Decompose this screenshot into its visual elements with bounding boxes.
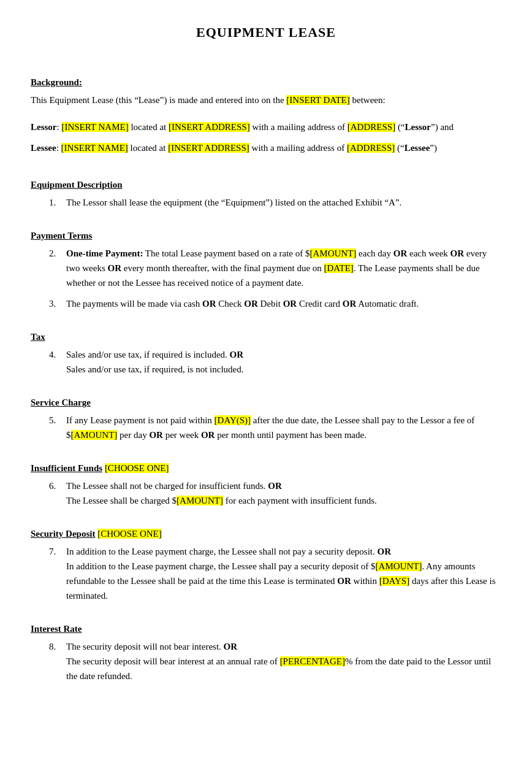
background-heading: Background: — [31, 77, 82, 88]
tax-heading: Tax — [31, 332, 45, 342]
insufficient-funds-heading: Insufficient Funds — [31, 463, 102, 474]
list-item-8: 8. The security deposit will not bear in… — [49, 639, 501, 683]
interest-rate-heading: Interest Rate — [31, 624, 82, 634]
list-item-4: 4. Sales and/or use tax, if required is … — [49, 347, 501, 377]
list-item-3: 3. The payments will be made via cash OR… — [49, 296, 501, 311]
list-item-5: 5. If any Lease payment is not paid with… — [49, 413, 501, 442]
page-title: EQUIPMENT LEASE — [31, 25, 501, 40]
service-charge-heading: Service Charge — [31, 398, 91, 408]
list-item-6: 6. The Lessee shall not be charged for i… — [49, 478, 501, 508]
security-deposit-choose-one: [CHOOSE ONE] — [97, 529, 162, 539]
background-text: This Equipment Lease (this “Lease”) is m… — [31, 93, 501, 107]
insufficient-funds-choose-one: [CHOOSE ONE] — [105, 463, 169, 473]
lessor-line: Lessor: [INSERT NAME] located at [INSERT… — [31, 120, 501, 134]
payment-terms-heading: Payment Terms — [31, 231, 92, 241]
list-item-7: 7. In addition to the Lease payment char… — [49, 544, 501, 603]
security-deposit-heading: Security Deposit — [31, 529, 95, 539]
list-item-1: 1. The Lessor shall lease the equipment … — [49, 195, 501, 210]
list-item-2: 2. One-time Payment: The total Lease pay… — [49, 246, 501, 290]
lessee-line: Lessee: [INSERT NAME] located at [INSERT… — [31, 140, 501, 155]
equipment-description-heading: Equipment Description — [31, 180, 123, 190]
